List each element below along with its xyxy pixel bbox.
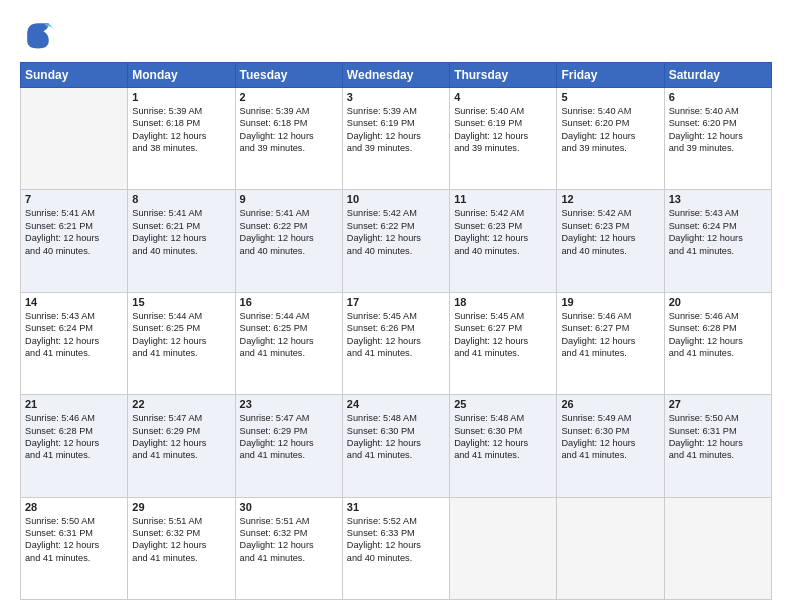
daylight-text: Daylight: 12 hours	[561, 335, 659, 347]
sunrise-text: Sunrise: 5:40 AM	[561, 105, 659, 117]
daylight-text: Daylight: 12 hours	[132, 130, 230, 142]
daylight-minutes: and 38 minutes.	[132, 142, 230, 154]
daylight-minutes: and 40 minutes.	[132, 245, 230, 257]
sunrise-text: Sunrise: 5:39 AM	[132, 105, 230, 117]
sunset-text: Sunset: 6:30 PM	[347, 425, 445, 437]
daylight-text: Daylight: 12 hours	[561, 437, 659, 449]
daylight-minutes: and 41 minutes.	[669, 245, 767, 257]
daylight-minutes: and 40 minutes.	[240, 245, 338, 257]
sunset-text: Sunset: 6:27 PM	[561, 322, 659, 334]
daylight-minutes: and 40 minutes.	[454, 245, 552, 257]
calendar-table: SundayMondayTuesdayWednesdayThursdayFrid…	[20, 62, 772, 600]
calendar-cell: 21Sunrise: 5:46 AMSunset: 6:28 PMDayligh…	[21, 395, 128, 497]
sunrise-text: Sunrise: 5:51 AM	[240, 515, 338, 527]
calendar-cell: 9Sunrise: 5:41 AMSunset: 6:22 PMDaylight…	[235, 190, 342, 292]
daylight-minutes: and 39 minutes.	[240, 142, 338, 154]
daylight-text: Daylight: 12 hours	[240, 232, 338, 244]
daylight-minutes: and 41 minutes.	[240, 552, 338, 564]
calendar-cell	[450, 497, 557, 599]
daylight-text: Daylight: 12 hours	[25, 437, 123, 449]
day-number: 7	[25, 193, 123, 205]
calendar-cell: 23Sunrise: 5:47 AMSunset: 6:29 PMDayligh…	[235, 395, 342, 497]
daylight-minutes: and 41 minutes.	[25, 552, 123, 564]
daylight-minutes: and 41 minutes.	[454, 347, 552, 359]
calendar-cell	[21, 88, 128, 190]
calendar-cell: 8Sunrise: 5:41 AMSunset: 6:21 PMDaylight…	[128, 190, 235, 292]
daylight-minutes: and 41 minutes.	[561, 449, 659, 461]
daylight-minutes: and 41 minutes.	[669, 347, 767, 359]
daylight-text: Daylight: 12 hours	[347, 437, 445, 449]
calendar-cell: 22Sunrise: 5:47 AMSunset: 6:29 PMDayligh…	[128, 395, 235, 497]
calendar-cell: 20Sunrise: 5:46 AMSunset: 6:28 PMDayligh…	[664, 292, 771, 394]
day-number: 4	[454, 91, 552, 103]
daylight-text: Daylight: 12 hours	[25, 539, 123, 551]
daylight-minutes: and 41 minutes.	[240, 347, 338, 359]
col-header-friday: Friday	[557, 63, 664, 88]
sunrise-text: Sunrise: 5:43 AM	[25, 310, 123, 322]
sunrise-text: Sunrise: 5:45 AM	[347, 310, 445, 322]
day-number: 5	[561, 91, 659, 103]
daylight-minutes: and 41 minutes.	[132, 347, 230, 359]
day-number: 2	[240, 91, 338, 103]
sunset-text: Sunset: 6:30 PM	[454, 425, 552, 437]
day-number: 16	[240, 296, 338, 308]
calendar-cell: 4Sunrise: 5:40 AMSunset: 6:19 PMDaylight…	[450, 88, 557, 190]
col-header-thursday: Thursday	[450, 63, 557, 88]
daylight-minutes: and 41 minutes.	[25, 347, 123, 359]
day-number: 17	[347, 296, 445, 308]
calendar-cell: 31Sunrise: 5:52 AMSunset: 6:33 PMDayligh…	[342, 497, 449, 599]
day-number: 22	[132, 398, 230, 410]
day-number: 14	[25, 296, 123, 308]
sunset-text: Sunset: 6:30 PM	[561, 425, 659, 437]
daylight-minutes: and 41 minutes.	[347, 449, 445, 461]
daylight-minutes: and 41 minutes.	[347, 347, 445, 359]
sunset-text: Sunset: 6:19 PM	[454, 117, 552, 129]
daylight-minutes: and 39 minutes.	[347, 142, 445, 154]
daylight-minutes: and 40 minutes.	[347, 552, 445, 564]
daylight-text: Daylight: 12 hours	[132, 232, 230, 244]
sunset-text: Sunset: 6:21 PM	[132, 220, 230, 232]
sunrise-text: Sunrise: 5:47 AM	[132, 412, 230, 424]
logo	[20, 16, 60, 52]
col-header-saturday: Saturday	[664, 63, 771, 88]
sunrise-text: Sunrise: 5:39 AM	[240, 105, 338, 117]
sunrise-text: Sunrise: 5:39 AM	[347, 105, 445, 117]
sunset-text: Sunset: 6:28 PM	[25, 425, 123, 437]
calendar-cell: 27Sunrise: 5:50 AMSunset: 6:31 PMDayligh…	[664, 395, 771, 497]
daylight-text: Daylight: 12 hours	[132, 539, 230, 551]
sunrise-text: Sunrise: 5:46 AM	[669, 310, 767, 322]
sunrise-text: Sunrise: 5:50 AM	[25, 515, 123, 527]
sunrise-text: Sunrise: 5:43 AM	[669, 207, 767, 219]
daylight-text: Daylight: 12 hours	[25, 232, 123, 244]
day-number: 6	[669, 91, 767, 103]
week-row-2: 7Sunrise: 5:41 AMSunset: 6:21 PMDaylight…	[21, 190, 772, 292]
sunrise-text: Sunrise: 5:40 AM	[669, 105, 767, 117]
sunrise-text: Sunrise: 5:51 AM	[132, 515, 230, 527]
calendar-cell: 30Sunrise: 5:51 AMSunset: 6:32 PMDayligh…	[235, 497, 342, 599]
sunrise-text: Sunrise: 5:44 AM	[240, 310, 338, 322]
day-number: 29	[132, 501, 230, 513]
calendar-cell: 11Sunrise: 5:42 AMSunset: 6:23 PMDayligh…	[450, 190, 557, 292]
day-number: 21	[25, 398, 123, 410]
daylight-text: Daylight: 12 hours	[669, 130, 767, 142]
daylight-text: Daylight: 12 hours	[454, 335, 552, 347]
sunset-text: Sunset: 6:33 PM	[347, 527, 445, 539]
daylight-text: Daylight: 12 hours	[561, 232, 659, 244]
daylight-text: Daylight: 12 hours	[669, 232, 767, 244]
day-number: 3	[347, 91, 445, 103]
col-header-tuesday: Tuesday	[235, 63, 342, 88]
sunrise-text: Sunrise: 5:42 AM	[454, 207, 552, 219]
daylight-text: Daylight: 12 hours	[454, 130, 552, 142]
daylight-text: Daylight: 12 hours	[132, 335, 230, 347]
col-header-monday: Monday	[128, 63, 235, 88]
page: SundayMondayTuesdayWednesdayThursdayFrid…	[0, 0, 792, 612]
daylight-text: Daylight: 12 hours	[347, 232, 445, 244]
calendar-cell: 28Sunrise: 5:50 AMSunset: 6:31 PMDayligh…	[21, 497, 128, 599]
calendar-cell: 24Sunrise: 5:48 AMSunset: 6:30 PMDayligh…	[342, 395, 449, 497]
daylight-text: Daylight: 12 hours	[347, 130, 445, 142]
sunset-text: Sunset: 6:23 PM	[454, 220, 552, 232]
calendar-cell	[664, 497, 771, 599]
calendar-cell: 25Sunrise: 5:48 AMSunset: 6:30 PMDayligh…	[450, 395, 557, 497]
sunset-text: Sunset: 6:18 PM	[132, 117, 230, 129]
daylight-minutes: and 41 minutes.	[132, 552, 230, 564]
